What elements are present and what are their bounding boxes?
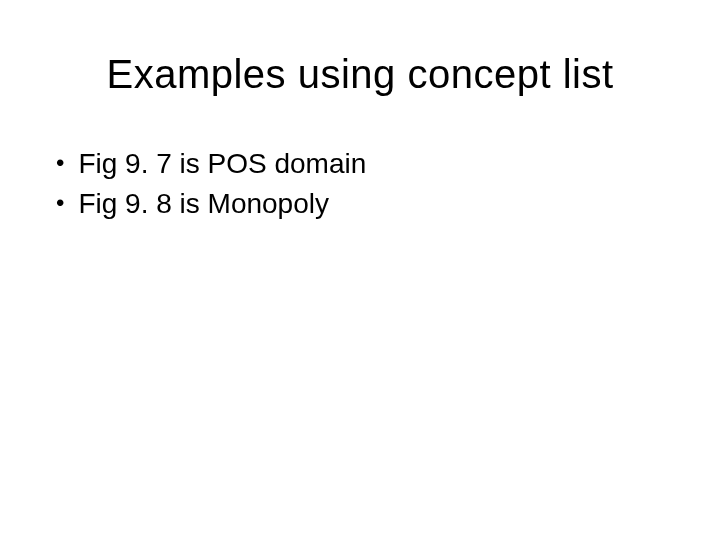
bullet-text: Fig 9. 8 is Monopoly <box>78 185 672 223</box>
bullet-icon: • <box>56 145 64 181</box>
bullet-icon: • <box>56 185 64 221</box>
slide-content: • Fig 9. 7 is POS domain • Fig 9. 8 is M… <box>48 145 672 223</box>
slide-container: Examples using concept list • Fig 9. 7 i… <box>0 0 720 540</box>
list-item: • Fig 9. 7 is POS domain <box>56 145 672 183</box>
list-item: • Fig 9. 8 is Monopoly <box>56 185 672 223</box>
bullet-text: Fig 9. 7 is POS domain <box>78 145 672 183</box>
slide-title: Examples using concept list <box>48 52 672 97</box>
